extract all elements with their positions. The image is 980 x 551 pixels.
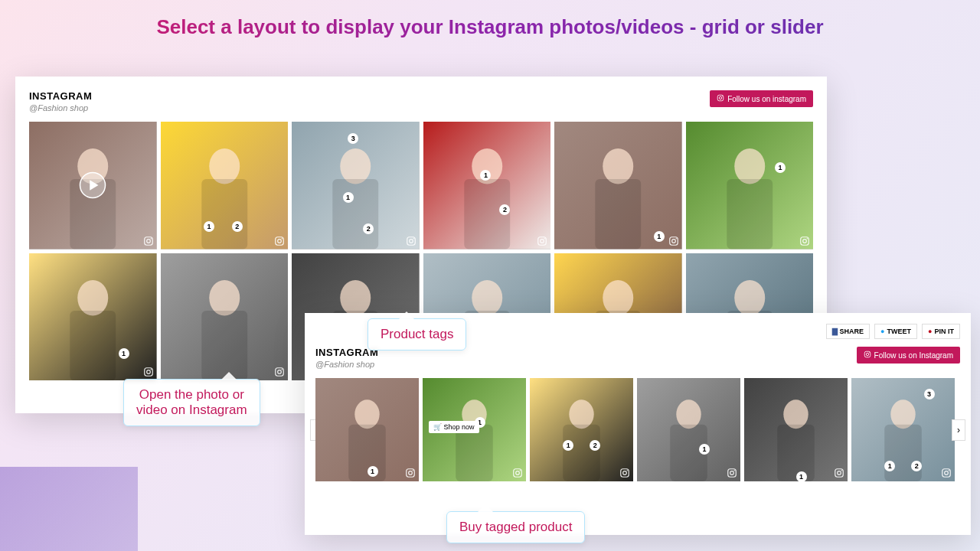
callout-open-instagram: Open the photo orvideo on Instagram — [123, 379, 260, 426]
slider-tile[interactable]: 312 — [851, 378, 955, 481]
svg-point-33 — [671, 239, 675, 243]
svg-point-90 — [516, 471, 520, 475]
slider-tile[interactable]: 12 — [530, 378, 633, 481]
svg-rect-37 — [727, 179, 773, 249]
svg-point-34 — [675, 238, 676, 239]
svg-point-93 — [569, 399, 593, 429]
grid-tile[interactable]: 12 — [423, 122, 551, 249]
product-tag[interactable]: 3 — [924, 389, 935, 399]
svg-point-111 — [890, 399, 915, 429]
svg-point-30 — [603, 148, 633, 184]
decorative-corner — [0, 467, 138, 551]
svg-point-40 — [807, 238, 808, 239]
share-button[interactable]: ▇SHARE — [826, 324, 871, 339]
svg-point-12 — [209, 148, 240, 184]
grid-tile[interactable]: 1 — [686, 122, 814, 249]
svg-rect-31 — [595, 179, 641, 249]
svg-point-21 — [409, 239, 413, 243]
svg-point-39 — [803, 239, 807, 243]
slider-tile[interactable]: 1 — [315, 378, 419, 481]
grid-tile[interactable] — [29, 122, 157, 249]
svg-point-108 — [838, 471, 841, 475]
grid-tile[interactable]: 12 — [161, 122, 289, 249]
svg-point-18 — [340, 148, 371, 184]
pin-button[interactable]: ●PIN IT — [922, 324, 960, 339]
svg-rect-49 — [201, 310, 247, 380]
callout-buy-tagged: Buy tagged product — [446, 511, 585, 543]
svg-point-54 — [340, 279, 371, 315]
svg-point-85 — [413, 470, 413, 471]
product-tag[interactable]: 1 — [343, 192, 354, 203]
slider-next-button[interactable]: › — [952, 419, 965, 441]
grid-section-title: INSTAGRAM — [29, 90, 92, 102]
grid-tile[interactable]: 312 — [292, 122, 420, 249]
svg-point-27 — [541, 239, 544, 243]
svg-point-114 — [945, 471, 949, 475]
svg-rect-13 — [201, 179, 247, 249]
svg-point-84 — [409, 471, 413, 475]
svg-point-66 — [603, 279, 633, 315]
svg-point-22 — [413, 238, 413, 239]
svg-point-60 — [472, 279, 502, 315]
svg-point-2 — [722, 96, 723, 96]
grid-tile[interactable]: 1 — [554, 122, 682, 249]
follow-label: Follow us on Instagram — [874, 351, 953, 360]
product-tag[interactable]: 1 — [654, 231, 665, 242]
svg-point-72 — [734, 279, 765, 315]
svg-point-51 — [278, 370, 282, 374]
svg-point-105 — [783, 399, 808, 429]
tweet-button[interactable]: ●TWEET — [874, 324, 917, 339]
slider-tile[interactable]: 1 — [744, 378, 848, 481]
page-headline: Select a layout to display your Instagra… — [0, 0, 980, 39]
svg-point-28 — [544, 238, 545, 239]
svg-rect-19 — [332, 179, 378, 249]
instagram-icon — [864, 350, 871, 360]
instagram-slider: 11🛒 Shop now1211312 — [315, 378, 960, 481]
grid-tile[interactable]: 1 — [29, 253, 157, 381]
svg-point-46 — [150, 369, 151, 370]
svg-point-1 — [720, 96, 722, 99]
svg-point-15 — [278, 239, 282, 243]
slider-tile[interactable]: 1 — [637, 378, 740, 481]
product-tag[interactable]: 1 — [368, 466, 378, 477]
product-tag[interactable]: 2 — [232, 221, 243, 232]
follow-label: Follow us on instagram — [727, 95, 806, 103]
svg-point-42 — [77, 279, 108, 315]
svg-point-91 — [520, 470, 521, 471]
svg-rect-112 — [884, 425, 922, 481]
slider-handle: @Fashion shop — [315, 360, 378, 369]
grid-tile[interactable] — [161, 253, 289, 381]
svg-point-96 — [623, 471, 627, 475]
product-tag[interactable]: 1 — [204, 221, 214, 232]
svg-point-97 — [627, 470, 628, 471]
svg-point-103 — [734, 470, 735, 471]
follow-button-grid[interactable]: Follow us on instagram — [710, 90, 813, 107]
svg-rect-106 — [777, 425, 815, 481]
svg-point-45 — [146, 370, 150, 374]
svg-point-79 — [868, 352, 869, 353]
slider-tile[interactable]: 1🛒 Shop now — [423, 378, 526, 481]
svg-point-16 — [282, 238, 283, 239]
svg-point-36 — [734, 148, 765, 184]
svg-point-7 — [146, 239, 150, 243]
grid-handle: @Fashion shop — [29, 103, 92, 112]
svg-point-115 — [949, 470, 949, 471]
callout-product-tags: Product tags — [368, 318, 466, 350]
svg-point-48 — [209, 279, 240, 315]
svg-rect-94 — [563, 425, 600, 481]
svg-point-78 — [866, 353, 868, 355]
svg-point-81 — [354, 399, 379, 429]
svg-point-8 — [150, 238, 151, 239]
product-tag[interactable]: 1 — [119, 348, 129, 359]
instagram-icon — [717, 94, 724, 103]
svg-rect-43 — [70, 310, 116, 380]
svg-point-102 — [730, 471, 734, 475]
shop-now-tooltip[interactable]: 🛒 Shop now — [429, 421, 479, 433]
svg-point-52 — [282, 369, 283, 370]
product-tag[interactable]: 1 — [796, 471, 807, 482]
follow-button-slider[interactable]: Follow us on Instagram — [857, 347, 960, 364]
svg-point-99 — [676, 399, 701, 429]
svg-point-109 — [841, 470, 842, 471]
